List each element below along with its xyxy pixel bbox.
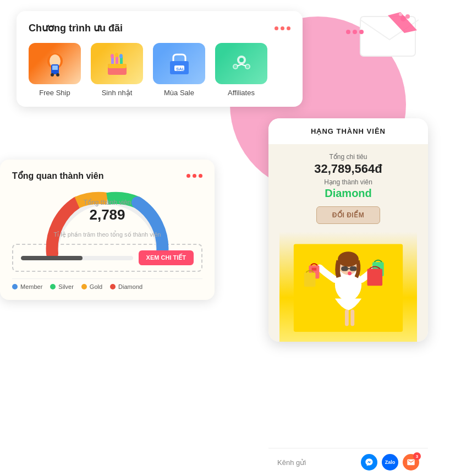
dot1 bbox=[275, 26, 278, 30]
progress-bar-track bbox=[21, 256, 133, 260]
svg-rect-11 bbox=[108, 64, 127, 68]
svg-point-36 bbox=[348, 271, 352, 275]
bottom-channel-bar: Kênh gửi Zalo 3 bbox=[268, 448, 428, 476]
membership-card-title: HẠNG THÀNH VIÊN bbox=[279, 127, 417, 135]
svg-rect-41 bbox=[367, 269, 382, 286]
legend-label-silver: Silver bbox=[58, 283, 74, 290]
promo-item-birthday[interactable]: Sinh nhật bbox=[91, 43, 143, 97]
svg-rect-42 bbox=[345, 309, 349, 326]
dot2 bbox=[193, 174, 196, 178]
members-sub-label: Tỉ lệ phần trăm theo tổng số thành viên bbox=[12, 231, 202, 238]
promo-item-affiliates[interactable]: Affiliates bbox=[215, 43, 267, 97]
total-spend-value: 32,789,564đ bbox=[279, 162, 417, 176]
pink-dots-decoration bbox=[345, 28, 365, 37]
members-card: Tổng quan thành viên Tổng thành viên 2,7… bbox=[0, 160, 215, 300]
progress-bar-fill bbox=[21, 256, 83, 260]
svg-rect-43 bbox=[350, 309, 354, 326]
promo-label-sale: Mùa Sale bbox=[164, 89, 194, 97]
legend-dot-silver bbox=[50, 284, 56, 289]
svg-point-2 bbox=[405, 14, 410, 19]
svg-rect-34 bbox=[350, 266, 357, 271]
legend-item-gold: Gold bbox=[81, 283, 102, 290]
rank-value: Diamond bbox=[279, 187, 417, 200]
svg-point-32 bbox=[338, 251, 359, 267]
svg-text:SALE: SALE bbox=[176, 67, 188, 72]
exchange-points-button[interactable]: ĐỔI ĐIỂM bbox=[316, 206, 380, 224]
members-card-title: Tổng quan thành viên bbox=[12, 171, 103, 181]
svg-point-15 bbox=[111, 54, 114, 58]
dot2 bbox=[281, 26, 284, 30]
messenger-channel-icon[interactable] bbox=[361, 454, 377, 470]
zalo-label: Zalo bbox=[385, 459, 396, 465]
legend-label-diamond: Diamond bbox=[118, 283, 142, 290]
legend-dot-member bbox=[12, 284, 18, 289]
promo-img-birthday bbox=[91, 43, 143, 84]
envelope-decoration bbox=[359, 11, 420, 61]
members-menu-dots[interactable] bbox=[186, 174, 202, 178]
legend-label-gold: Gold bbox=[90, 283, 102, 290]
promotions-card-header: Chương trình ưu đãi bbox=[29, 22, 290, 34]
svg-point-8 bbox=[51, 73, 54, 76]
promotions-menu-dots[interactable] bbox=[275, 26, 290, 30]
dot3 bbox=[287, 26, 290, 30]
promo-label-freeship: Free Ship bbox=[39, 89, 70, 97]
svg-point-17 bbox=[119, 54, 123, 58]
promotions-card-title: Chương trình ưu đãi bbox=[29, 22, 123, 34]
membership-card: HẠNG THÀNH VIÊN Tổng chi tiêu 32,789,564… bbox=[268, 118, 428, 342]
dot1 bbox=[186, 174, 190, 178]
zalo-channel-icon[interactable]: Zalo bbox=[382, 454, 398, 470]
legend-item-member: Member bbox=[12, 283, 42, 290]
view-detail-button[interactable]: XEM CHI TIẾT bbox=[139, 250, 194, 265]
members-card-header: Tổng quan thành viên bbox=[12, 171, 202, 181]
gauge-chart: Tổng thành viên 2,789 bbox=[12, 188, 202, 229]
svg-point-26 bbox=[239, 58, 244, 62]
membership-card-top: HẠNG THÀNH VIÊN bbox=[268, 118, 428, 144]
promo-img-freeship bbox=[29, 43, 81, 84]
legend-item-diamond: Diamond bbox=[110, 283, 142, 290]
svg-rect-39 bbox=[304, 272, 316, 287]
svg-point-9 bbox=[56, 73, 59, 76]
channel-bar-label: Kênh gửi bbox=[277, 458, 356, 467]
total-spend-label: Tổng chi tiêu bbox=[279, 153, 417, 161]
notification-channel-icon[interactable]: 3 bbox=[403, 454, 419, 470]
svg-point-27 bbox=[234, 65, 237, 68]
notification-badge: 3 bbox=[413, 452, 421, 460]
promotions-items-list: Free Ship Sinh nhật bbox=[29, 43, 290, 97]
svg-point-28 bbox=[246, 65, 249, 68]
promotions-card: Chương trình ưu đãi Free Ship bbox=[17, 11, 303, 107]
legend-dot-gold bbox=[81, 284, 87, 289]
legend-dot-diamond bbox=[110, 284, 116, 289]
svg-rect-7 bbox=[52, 65, 58, 70]
members-legend: Member Silver Gold Diamond bbox=[12, 278, 202, 290]
svg-point-3 bbox=[399, 13, 402, 16]
rank-label: Hạng thành viên bbox=[279, 178, 417, 186]
promo-img-sale: SALE bbox=[153, 43, 205, 84]
shopping-girl-svg bbox=[279, 232, 417, 342]
svg-point-16 bbox=[115, 53, 118, 57]
legend-label-member: Member bbox=[20, 283, 42, 290]
promo-item-sale[interactable]: SALE Mùa Sale bbox=[153, 43, 205, 97]
svg-point-1 bbox=[400, 16, 406, 21]
gauge-total-label: Tổng thành viên bbox=[84, 199, 131, 206]
shopping-girl-illustration bbox=[279, 232, 417, 342]
membership-card-body: Tổng chi tiêu 32,789,564đ Hạng thành viê… bbox=[268, 144, 428, 342]
dot3 bbox=[199, 174, 202, 178]
promo-label-affiliates: Affiliates bbox=[228, 89, 255, 97]
promo-label-birthday: Sinh nhật bbox=[102, 89, 133, 97]
legend-item-silver: Silver bbox=[50, 283, 74, 290]
promo-img-affiliates bbox=[215, 43, 267, 84]
gauge-total-value: 2,789 bbox=[84, 206, 131, 223]
svg-rect-38 bbox=[312, 268, 317, 271]
promo-item-freeship[interactable]: Free Ship bbox=[29, 43, 81, 97]
svg-rect-33 bbox=[341, 266, 348, 271]
